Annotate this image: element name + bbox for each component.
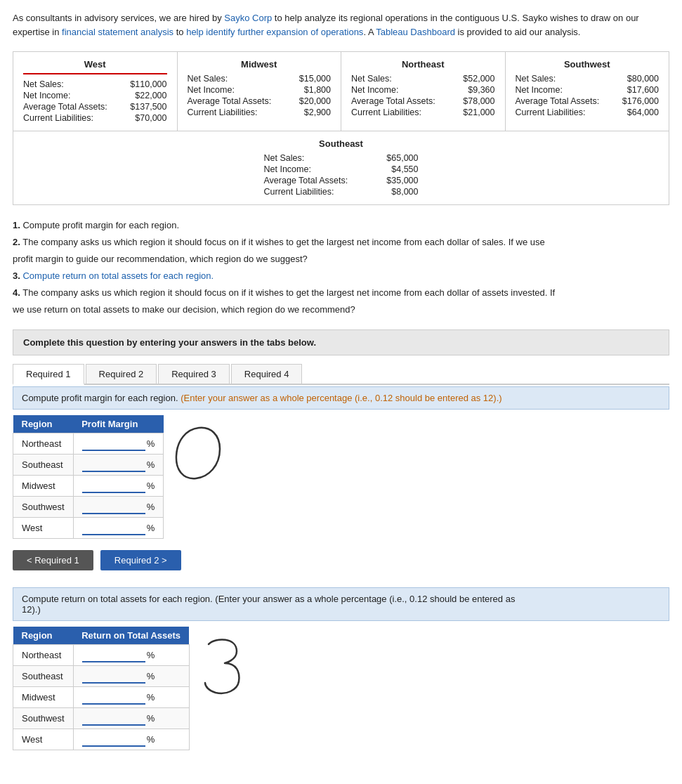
q1-label: 1. <box>13 220 20 230</box>
rota-input-west[interactable] <box>82 732 145 747</box>
midwest-netsales-value: $15,000 <box>299 74 331 84</box>
midwest-netincome-label: Net Income: <box>188 85 235 95</box>
profit-margin-input-west[interactable] <box>82 521 145 535</box>
rota-cell-midwest: % <box>73 686 189 707</box>
q3-label: 3. <box>13 270 20 281</box>
tab-required4[interactable]: Required 4 <box>231 364 303 384</box>
northeast-currliab-label: Current Liabilities: <box>351 107 421 117</box>
table-row: Southwest % <box>13 496 164 517</box>
rota-region-southeast: Southeast <box>13 665 74 686</box>
tab3-content-section: Compute return on total assets for each … <box>13 587 669 757</box>
q2-label: 2. <box>13 237 20 247</box>
q4-label: 4. <box>13 287 20 298</box>
table-row: West % <box>13 517 164 538</box>
profit-margin-cell-southeast: % <box>73 454 164 475</box>
tab3-instruction: Compute return on total assets for each … <box>13 587 669 621</box>
southwest-currliab-label: Current Liabilities: <box>516 107 586 117</box>
handwriting-decoration-1 <box>172 422 225 488</box>
financial-data-grid: West Net Sales: $110,000 Net Income: $22… <box>13 51 669 205</box>
required-tabs: Required 1 Required 2 Required 3 Require… <box>13 364 669 385</box>
rota-cell-northeast: % <box>73 644 189 665</box>
tab-required3[interactable]: Required 3 <box>158 364 230 384</box>
region-cell-southwest: Southwest <box>13 496 74 517</box>
southwest-avgassets-value: $176,000 <box>622 96 659 106</box>
profit-margin-table: Region Profit Margin Northeast % Southea… <box>13 415 164 539</box>
rota-cell-southeast: % <box>73 665 189 686</box>
profit-margin-input-southwest[interactable] <box>82 499 145 514</box>
rota-percent-west: % <box>147 734 155 745</box>
region-cell-southeast: Southeast <box>13 454 74 475</box>
q2-text: The company asks us which region it shou… <box>22 237 545 247</box>
southwest-avgassets-label: Average Total Assets: <box>516 96 600 106</box>
southwest-currliab-value: $64,000 <box>627 107 659 117</box>
profit-margin-input-southeast[interactable] <box>82 457 145 472</box>
southwest-netincome-value: $17,600 <box>627 85 659 95</box>
complete-instruction-box: Complete this question by entering your … <box>13 329 669 355</box>
rota-percent-northeast: % <box>147 650 155 660</box>
rota-region-midwest: Midwest <box>13 686 74 707</box>
southwest-netincome-label: Net Income: <box>516 85 563 95</box>
q1-text: Compute profit margin for each region. <box>22 220 179 230</box>
next-button-label: Required 2 > <box>114 555 167 566</box>
percent-sign-southeast: % <box>147 459 155 470</box>
rota-input-northeast[interactable] <box>82 648 145 662</box>
region-cell-northeast: Northeast <box>13 433 74 454</box>
next-button[interactable]: Required 2 > <box>100 550 181 570</box>
southeast-avgassets-value: $35,000 <box>386 176 418 185</box>
percent-sign-southwest: % <box>147 502 155 512</box>
southeast-avgassets-label: Average Total Assets: <box>264 176 348 185</box>
region-southwest: Southwest Net Sales: $80,000 Net Income:… <box>506 52 669 131</box>
west-netsales-value: $110,000 <box>130 79 166 89</box>
southwest-netsales-label: Net Sales: <box>516 74 556 84</box>
rota-percent-midwest: % <box>147 692 155 703</box>
rota-input-southeast[interactable] <box>82 669 145 684</box>
region-northeast: Northeast Net Sales: $52,000 Net Income:… <box>341 52 506 131</box>
rota-input-southwest[interactable] <box>82 711 145 726</box>
midwest-currliab-label: Current Liabilities: <box>188 107 258 117</box>
table-row: West % <box>13 729 190 750</box>
tab3-table-area: Region Return on Total Assets Northeast … <box>13 627 669 757</box>
rota-percent-southeast: % <box>147 671 155 681</box>
midwest-currliab-value: $2,900 <box>304 107 331 117</box>
handwriting-decoration-2 <box>198 634 251 699</box>
southeast-title: Southeast <box>264 138 419 149</box>
tab3-instruction-highlight: (Enter your answer as a whole percentage… <box>215 594 515 604</box>
northeast-netincome-label: Net Income: <box>351 85 398 95</box>
southwest-title: Southwest <box>516 59 660 70</box>
rota-cell-southwest: % <box>73 707 189 729</box>
rota-input-midwest[interactable] <box>82 690 145 705</box>
west-netsales-label: Net Sales: <box>23 79 64 89</box>
northeast-netincome-value: $9,360 <box>468 85 494 95</box>
southeast-netsales-value: $65,000 <box>386 153 418 163</box>
west-netincome-value: $22,000 <box>135 91 166 100</box>
table-row: Northeast % <box>13 433 164 454</box>
q4-text-cont: we use return on total assets to make ou… <box>13 304 355 315</box>
prev-button[interactable]: < Required 1 <box>13 550 93 570</box>
tab-required2[interactable]: Required 2 <box>86 364 157 384</box>
northeast-title: Northeast <box>351 59 495 70</box>
southwest-netsales-value: $80,000 <box>627 74 659 84</box>
profit-margin-input-midwest[interactable] <box>82 478 145 493</box>
tab3-instruction-highlight2: 12).) <box>22 604 41 615</box>
region-cell-midwest: Midwest <box>13 475 74 496</box>
profit-margin-input-northeast[interactable] <box>82 436 145 451</box>
profit-margin-cell-west: % <box>73 517 164 538</box>
region-midwest: Midwest Net Sales: $15,000 Net Income: $… <box>178 52 342 131</box>
tab1-nav-buttons: < Required 1 Required 2 > <box>13 550 669 570</box>
southeast-currliab-label: Current Liabilities: <box>264 187 334 197</box>
southeast-netincome-label: Net Income: <box>264 164 311 174</box>
percent-sign-midwest: % <box>147 481 155 491</box>
tab1-table-area: Region Profit Margin Northeast % Southea… <box>13 415 669 546</box>
northeast-netsales-label: Net Sales: <box>351 74 392 84</box>
northeast-currliab-value: $21,000 <box>463 107 494 117</box>
table-row: Midwest % <box>13 686 190 707</box>
west-title: West <box>23 59 167 70</box>
midwest-netincome-value: $1,800 <box>304 85 331 95</box>
region-west: West Net Sales: $110,000 Net Income: $22… <box>13 52 178 131</box>
tab1-instruction: Compute profit margin for each region. (… <box>13 386 669 410</box>
percent-sign-west: % <box>147 523 155 533</box>
rota-region-west: West <box>13 729 74 750</box>
questions-section: 1. Compute profit margin for each region… <box>13 218 669 318</box>
tab-required1[interactable]: Required 1 <box>13 364 84 385</box>
q3-text: Compute return on total assets for each … <box>22 270 214 281</box>
